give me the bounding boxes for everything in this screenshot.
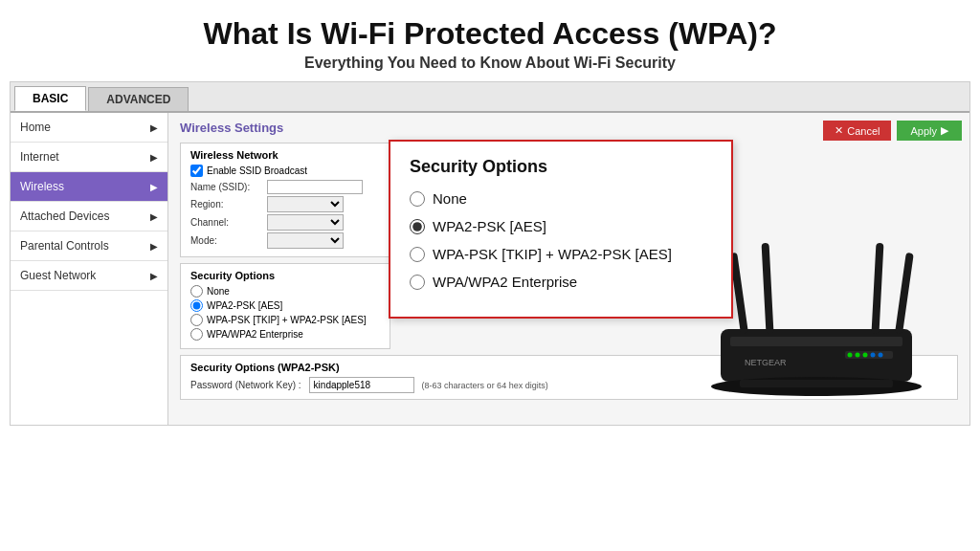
security-popup: Security Options None WPA2-PSK [AES] WPA…: [389, 140, 733, 319]
sidebar-item-home[interactable]: Home ▶: [11, 113, 167, 143]
popup-radio-none-input[interactable]: [410, 191, 425, 207]
channel-select[interactable]: [267, 214, 344, 231]
router-ui: BASIC ADVANCED Home ▶ Internet ▶ Wireles…: [10, 81, 970, 426]
arrow-icon: ▶: [150, 271, 158, 281]
region-label: Region:: [190, 199, 267, 209]
radio-none: None: [190, 285, 380, 298]
channel-label: Channel:: [190, 217, 267, 228]
radio-wpa-combo-input[interactable]: [190, 314, 203, 326]
password-input[interactable]: [309, 377, 414, 393]
sidebar-item-wireless[interactable]: Wireless ▶: [11, 172, 167, 202]
sidebar-item-parental-label: Parental Controls: [20, 239, 109, 253]
mode-label: Mode:: [190, 235, 267, 246]
svg-point-7: [879, 353, 883, 358]
region-select[interactable]: [267, 196, 344, 212]
wireless-network-title: Wireless Network: [190, 149, 380, 161]
svg-rect-12: [871, 243, 883, 334]
cancel-label: Cancel: [847, 125, 880, 137]
arrow-icon: ▶: [150, 211, 158, 222]
popup-radio-none-label: None: [433, 190, 467, 207]
wireless-network-section: Wireless Network Enable SSID Broadcast N…: [180, 143, 390, 257]
region-row: Region:: [190, 196, 380, 212]
svg-point-6: [871, 353, 876, 358]
popup-radio-wpa2-input[interactable]: [410, 219, 425, 234]
popup-title: Security Options: [410, 157, 712, 177]
popup-radio-wpa2: WPA2-PSK [AES]: [410, 218, 712, 234]
content-area: Wireless Settings ✕ Cancel Apply ▶ Wirel…: [168, 113, 969, 425]
arrow-icon: ▶: [150, 182, 158, 192]
mode-row: Mode:: [190, 232, 380, 249]
svg-rect-11: [762, 243, 774, 334]
sidebar-item-internet-label: Internet: [20, 150, 59, 164]
ssid-broadcast-checkbox[interactable]: [190, 165, 203, 177]
top-buttons: ✕ Cancel Apply ▶: [823, 121, 962, 141]
svg-rect-13: [895, 253, 914, 334]
password-label: Password (Network Key) :: [190, 380, 301, 390]
security-small-section: Security Options None WPA2-PSK [AES] WPA…: [180, 263, 390, 349]
cancel-button[interactable]: ✕ Cancel: [823, 121, 891, 141]
tab-bar: BASIC ADVANCED: [11, 82, 969, 113]
radio-wpa2-input[interactable]: [190, 299, 203, 312]
ssid-broadcast-label: Enable SSID Broadcast: [207, 165, 307, 176]
popup-radio-enterprise: WPA/WPA2 Enterprise: [410, 274, 712, 290]
svg-point-4: [856, 353, 860, 358]
sidebar: Home ▶ Internet ▶ Wireless ▶ Attached De…: [11, 113, 168, 425]
radio-enterprise-label: WPA/WPA2 Enterprise: [207, 329, 303, 340]
svg-text:NETGEAR: NETGEAR: [745, 358, 787, 367]
popup-radio-enterprise-input[interactable]: [410, 275, 425, 290]
sidebar-item-attached-label: Attached Devices: [20, 209, 109, 223]
popup-radio-wpa-combo: WPA-PSK [TKIP] + WPA2-PSK [AES]: [410, 246, 712, 262]
radio-enterprise: WPA/WPA2 Enterprise: [190, 328, 380, 341]
svg-point-5: [863, 353, 868, 358]
sidebar-item-guest-network[interactable]: Guest Network ▶: [11, 261, 167, 291]
arrow-right-icon: ▶: [941, 124, 948, 137]
radio-wpa-combo-label: WPA-PSK [TKIP] + WPA2-PSK [AES]: [207, 315, 367, 325]
sidebar-item-internet[interactable]: Internet ▶: [11, 143, 167, 172]
tab-basic[interactable]: BASIC: [14, 86, 86, 111]
channel-row: Channel:: [190, 214, 380, 231]
popup-radio-enterprise-label: WPA/WPA2 Enterprise: [433, 274, 577, 290]
sidebar-item-wireless-label: Wireless: [20, 180, 64, 193]
main-layout: Home ▶ Internet ▶ Wireless ▶ Attached De…: [11, 113, 969, 425]
arrow-icon: ▶: [150, 122, 158, 133]
x-icon: ✕: [835, 124, 843, 137]
arrow-icon: ▶: [150, 241, 158, 252]
ssid-input[interactable]: [267, 180, 363, 194]
mode-select[interactable]: [267, 232, 344, 249]
main-title: What Is Wi-Fi Protected Access (WPA)?: [10, 17, 970, 51]
popup-radio-none: None: [410, 190, 712, 207]
name-row: Name (SSID):: [190, 180, 380, 194]
apply-button[interactable]: Apply ▶: [897, 121, 962, 141]
popup-radio-wpa2-label: WPA2-PSK [AES]: [433, 218, 546, 234]
tab-advanced[interactable]: ADVANCED: [88, 87, 189, 111]
ssid-broadcast-row: Enable SSID Broadcast: [190, 165, 380, 177]
apply-label: Apply: [910, 125, 937, 137]
svg-rect-1: [730, 337, 902, 346]
sidebar-item-parental-controls[interactable]: Parental Controls ▶: [11, 231, 167, 261]
sidebar-item-attached-devices[interactable]: Attached Devices ▶: [11, 202, 167, 231]
radio-wpa2-label: WPA2-PSK [AES]: [207, 300, 282, 311]
page-header: What Is Wi-Fi Protected Access (WPA)? Ev…: [0, 0, 980, 81]
svg-rect-9: [740, 380, 893, 387]
arrow-icon: ▶: [150, 152, 158, 163]
radio-wpa-combo: WPA-PSK [TKIP] + WPA2-PSK [AES]: [190, 314, 380, 326]
security-small-title: Security Options: [190, 270, 380, 281]
radio-none-input[interactable]: [190, 285, 203, 298]
password-hint: (8-63 characters or 64 hex digits): [422, 381, 548, 390]
radio-none-label: None: [207, 286, 230, 297]
radio-wpa2: WPA2-PSK [AES]: [190, 299, 380, 312]
svg-point-3: [848, 353, 853, 358]
sidebar-item-home-label: Home: [20, 121, 51, 134]
sidebar-item-guest-label: Guest Network: [20, 269, 96, 282]
sub-title: Everything You Need to Know About Wi-Fi …: [10, 55, 970, 72]
popup-radio-wpa-combo-input[interactable]: [410, 247, 425, 262]
name-label: Name (SSID):: [190, 182, 267, 192]
radio-enterprise-input[interactable]: [190, 328, 203, 341]
popup-radio-wpa-combo-label: WPA-PSK [TKIP] + WPA2-PSK [AES]: [433, 246, 672, 262]
